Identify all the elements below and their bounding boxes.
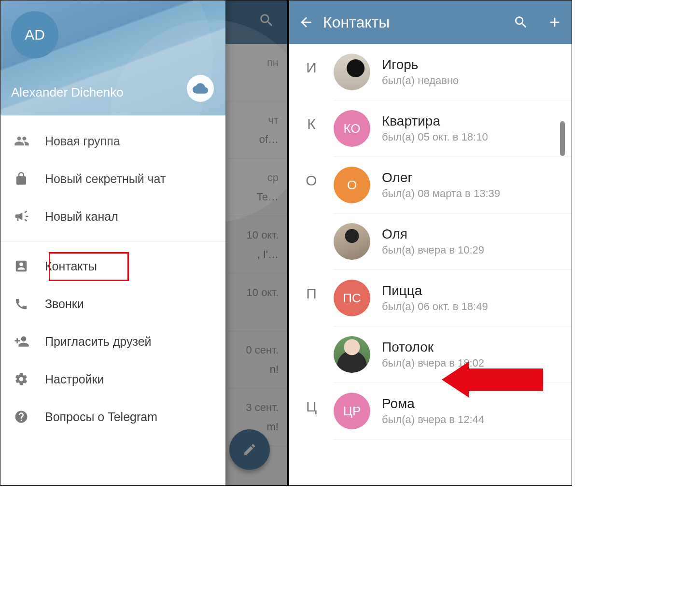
contact-name: Рома: [382, 396, 484, 411]
menu-label: Контакты: [45, 259, 97, 273]
contact-avatar: О: [334, 167, 370, 203]
drawer-header: AD Alexander Dichenko: [0, 0, 225, 115]
divider: [0, 241, 225, 241]
menu-faq[interactable]: Вопросы о Telegram: [0, 398, 225, 436]
contact-row[interactable]: Игорьбыл(а) недавно: [334, 44, 572, 100]
gear-icon: [14, 372, 45, 386]
menu-contacts[interactable]: Контакты: [0, 247, 225, 285]
contacts-title: Контакты: [323, 14, 504, 31]
contact-name: Потолок: [382, 340, 484, 355]
contact-row[interactable]: Олябыл(а) вчера в 10:29: [334, 213, 572, 269]
section-letter: О: [289, 157, 334, 270]
contacts-header: Контакты: [289, 0, 572, 44]
contact-status: был(а) вчера в 12:44: [382, 413, 484, 426]
section-letter: К: [289, 100, 334, 157]
contact-status: был(а) 08 марта в 13:39: [382, 187, 500, 200]
contact-avatar: [334, 54, 370, 90]
contacts-list[interactable]: ИИгорьбыл(а) недавноККОКвартирабыл(а) 05…: [289, 44, 572, 485]
menu-label: Пригласить друзей: [45, 335, 152, 349]
contacts-screenshot: Контакты ИИгорьбыл(а) недавноККОКвартира…: [289, 0, 572, 485]
contact-name: Олег: [382, 170, 500, 185]
menu-label: Настройки: [45, 372, 104, 386]
contact-avatar: [334, 223, 370, 260]
contact-avatar: ПС: [334, 280, 370, 316]
drawer-screenshot: пнof…чтTe…ср, I'…10 окт.10 окт.n!0 сент.…: [0, 0, 289, 485]
person-add-icon: [14, 334, 45, 349]
avatar-initials: AD: [25, 27, 45, 43]
scrollbar-thumb[interactable]: [560, 121, 565, 156]
phone-icon: [14, 297, 45, 311]
user-avatar[interactable]: AD: [11, 11, 58, 58]
contact-row[interactable]: КОКвартирабыл(а) 05 окт. в 18:10: [334, 100, 572, 156]
cloud-theme-button[interactable]: [187, 75, 214, 102]
contact-row[interactable]: ЦРРомабыл(а) вчера в 12:44: [334, 383, 572, 439]
user-name: Alexander Dichenko: [11, 85, 124, 100]
search-icon[interactable]: [504, 14, 538, 30]
contact-name: Игорь: [382, 57, 459, 72]
section-letter: Ц: [289, 383, 334, 439]
menu-calls[interactable]: Звонки: [0, 285, 225, 323]
contacts-section: ППСПиццабыл(а) 06 окт. в 18:49Потолокбыл…: [289, 270, 572, 383]
contact-status: был(а) 06 окт. в 18:49: [382, 300, 488, 313]
menu-label: Вопросы о Telegram: [45, 410, 157, 424]
contact-row[interactable]: Потолокбыл(а) вчера в 18:02: [334, 326, 572, 382]
menu-label: Новый канал: [45, 210, 118, 224]
section-letter: И: [289, 44, 334, 100]
add-contact-icon[interactable]: [538, 14, 572, 30]
help-icon: [14, 410, 45, 424]
contact-avatar: ЦР: [334, 393, 370, 429]
menu-settings[interactable]: Настройки: [0, 360, 225, 398]
contact-row[interactable]: ПСПиццабыл(а) 06 окт. в 18:49: [334, 270, 572, 326]
contact-name: Квартира: [382, 113, 488, 129]
contact-status: был(а) 05 окт. в 18:10: [382, 131, 488, 143]
contact-status: был(а) недавно: [382, 74, 459, 87]
megaphone-icon: [14, 209, 45, 224]
navigation-drawer: AD Alexander Dichenko Новая группа Новый…: [0, 0, 225, 485]
section-letter: П: [289, 270, 334, 383]
contacts-section: ИИгорьбыл(а) недавно: [289, 44, 572, 100]
contact-avatar: [334, 336, 370, 373]
contact-icon: [14, 259, 45, 273]
contacts-section: ККОКвартирабыл(а) 05 окт. в 18:10: [289, 100, 572, 157]
menu-label: Звонки: [45, 297, 84, 311]
contact-row[interactable]: ООлегбыл(а) 08 марта в 13:39: [334, 157, 572, 213]
menu-invite[interactable]: Пригласить друзей: [0, 323, 225, 360]
contact-name: Оля: [382, 227, 484, 242]
contacts-section: ЦЦРРомабыл(а) вчера в 12:44: [289, 383, 572, 439]
contact-name: Пицца: [382, 283, 488, 298]
contact-avatar: КО: [334, 110, 370, 147]
contact-status: был(а) вчера в 10:29: [382, 244, 484, 256]
contacts-section: ОООлегбыл(а) 08 марта в 13:39Олябыл(а) в…: [289, 157, 572, 270]
contact-status: был(а) вчера в 18:02: [382, 357, 484, 369]
back-button[interactable]: [289, 14, 323, 30]
divider: [334, 439, 572, 439]
